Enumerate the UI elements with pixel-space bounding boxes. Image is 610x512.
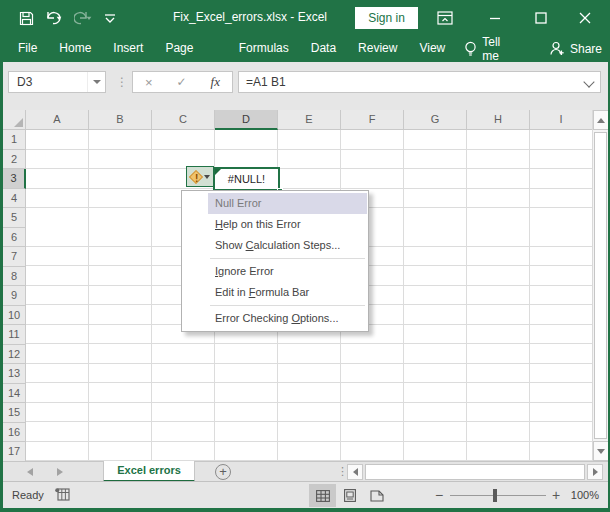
menu-item-ignore-error[interactable]: Ignore Error (182, 261, 368, 282)
maximize-button[interactable] (528, 8, 554, 28)
column-header-A[interactable]: A (26, 110, 89, 130)
minimize-button[interactable] (482, 8, 508, 28)
menu-item-help-on-this-error[interactable]: Help on this Error (182, 214, 368, 235)
sheet-tab-bar: Excel errors + ⋮ (3, 461, 608, 481)
tab-tell-me[interactable]: Tell me (456, 35, 515, 63)
active-cell-d3[interactable]: #NULL! (213, 167, 280, 191)
scroll-up-icon[interactable] (593, 110, 608, 130)
enter-formula-icon[interactable]: ✓ (177, 75, 187, 89)
ribbon-tab-view[interactable]: View (408, 35, 456, 62)
column-header-C[interactable]: C (152, 110, 215, 130)
zoom-out-button[interactable]: − (435, 482, 443, 509)
row-header-16[interactable]: 16 (3, 423, 26, 443)
share-button[interactable]: Share (541, 41, 610, 56)
expand-formula-bar-icon[interactable] (582, 75, 596, 89)
error-options-button[interactable]: ! (186, 166, 214, 187)
row-header-2[interactable]: 2 (3, 150, 26, 170)
title-bar: Fix_Excel_errors.xlsx - Excel Sign in (0, 0, 610, 35)
column-header-D[interactable]: D (215, 110, 278, 130)
row-header-8[interactable]: 8 (3, 267, 26, 287)
row-header-13[interactable]: 13 (3, 364, 26, 384)
status-bar: Ready − + 100% (3, 481, 608, 508)
name-box[interactable]: D3 (8, 71, 106, 93)
menu-item-label: elp on this Error (223, 218, 301, 230)
zoom-in-button[interactable]: + (552, 482, 560, 509)
menu-item-label: Null Error (215, 197, 261, 209)
page-break-preview-button[interactable] (363, 484, 390, 507)
scroll-down-icon[interactable] (593, 441, 608, 461)
previous-sheet-icon[interactable] (27, 468, 33, 476)
scroll-left-icon[interactable] (347, 464, 363, 480)
error-checking-menu: Null ErrorHelp on this ErrorShow Calcula… (181, 190, 369, 332)
ribbon-tab-formulas[interactable]: Formulas (228, 35, 300, 62)
horizontal-scrollbar[interactable] (347, 464, 603, 480)
customize-quick-access-icon[interactable] (100, 8, 120, 28)
row-header-1[interactable]: 1 (3, 130, 26, 150)
cell-value: #NULL! (228, 173, 265, 185)
save-icon[interactable] (16, 8, 36, 28)
scroll-right-icon[interactable] (587, 464, 603, 480)
ribbon-tab-data[interactable]: Data (300, 35, 347, 62)
row-header-9[interactable]: 9 (3, 286, 26, 306)
row-header-14[interactable]: 14 (3, 384, 26, 404)
cancel-formula-icon[interactable]: × (145, 75, 153, 90)
page-layout-view-button[interactable] (336, 484, 363, 507)
menu-item-show-calculation-steps[interactable]: Show Calculation Steps... (182, 235, 368, 256)
menu-item-error-checking-options[interactable]: Error Checking Options... (182, 308, 368, 329)
row-header-3[interactable]: 3 (3, 169, 26, 189)
row-header-7[interactable]: 7 (3, 247, 26, 267)
column-header-H[interactable]: H (467, 110, 530, 130)
row-headers: 1234567891011121314151617 (3, 130, 26, 461)
name-box-value: D3 (9, 75, 87, 89)
menu-item-null-error[interactable]: Null Error (208, 193, 367, 214)
sheet-tab-excel-errors[interactable]: Excel errors (103, 461, 195, 482)
formula-bar-drag-dots[interactable]: ⋮ (116, 71, 128, 93)
share-label: Share (570, 42, 602, 56)
horizontal-scrollbar-thumb[interactable] (365, 464, 585, 480)
name-box-dropdown-icon[interactable] (87, 72, 105, 92)
select-all-corner[interactable] (3, 110, 26, 130)
person-plus-icon (549, 41, 565, 56)
redo-icon[interactable] (72, 8, 100, 28)
window-title: Fix_Excel_errors.xlsx - Excel (140, 0, 360, 35)
row-header-6[interactable]: 6 (3, 228, 26, 248)
ribbon-display-options-icon[interactable] (432, 8, 458, 28)
formula-bar-input[interactable]: =A1 B1 (238, 71, 601, 93)
column-header-G[interactable]: G (404, 110, 467, 130)
row-header-11[interactable]: 11 (3, 325, 26, 345)
new-sheet-button[interactable]: + (215, 464, 231, 480)
insert-function-icon[interactable]: fx (211, 74, 220, 90)
menu-item-edit-in-formula-bar[interactable]: Edit in Formula Bar (182, 282, 368, 303)
excel-window: Fix_Excel_errors.xlsx - Excel Sign in Fi… (0, 0, 610, 512)
column-header-B[interactable]: B (89, 110, 152, 130)
zoom-level[interactable]: 100% (571, 482, 599, 509)
row-header-12[interactable]: 12 (3, 345, 26, 365)
ribbon-tab-review[interactable]: Review (347, 35, 408, 62)
row-header-15[interactable]: 15 (3, 403, 26, 423)
zoom-slider-track[interactable] (450, 495, 546, 496)
close-button[interactable] (572, 8, 598, 28)
menu-separator (210, 305, 365, 306)
column-header-I[interactable]: I (530, 110, 593, 130)
ribbon-tab-home[interactable]: Home (48, 35, 102, 62)
row-header-5[interactable]: 5 (3, 208, 26, 228)
row-header-17[interactable]: 17 (3, 442, 26, 461)
ribbon-tab-insert[interactable]: Insert (102, 35, 154, 62)
next-sheet-icon[interactable] (57, 468, 63, 476)
zoom-slider-thumb[interactable] (493, 489, 497, 502)
vertical-scrollbar-thumb[interactable] (594, 132, 607, 439)
sign-in-button[interactable]: Sign in (355, 7, 418, 29)
ribbon-tab-file[interactable]: File (7, 35, 48, 62)
column-header-F[interactable]: F (341, 110, 404, 130)
macro-record-icon[interactable] (55, 488, 70, 501)
column-headers: ABCDEFGHI (26, 110, 593, 130)
column-header-E[interactable]: E (278, 110, 341, 130)
vertical-scrollbar[interactable] (592, 110, 608, 461)
row-header-10[interactable]: 10 (3, 306, 26, 326)
formula-bar-strip: D3 ⋮ × ✓ fx =A1 B1 (3, 62, 608, 110)
normal-view-button[interactable] (309, 484, 336, 507)
ribbon-tab-page-layout[interactable]: Page Layout (154, 35, 227, 62)
row-header-4[interactable]: 4 (3, 189, 26, 209)
undo-icon[interactable] (42, 8, 70, 28)
menu-separator (210, 258, 365, 259)
